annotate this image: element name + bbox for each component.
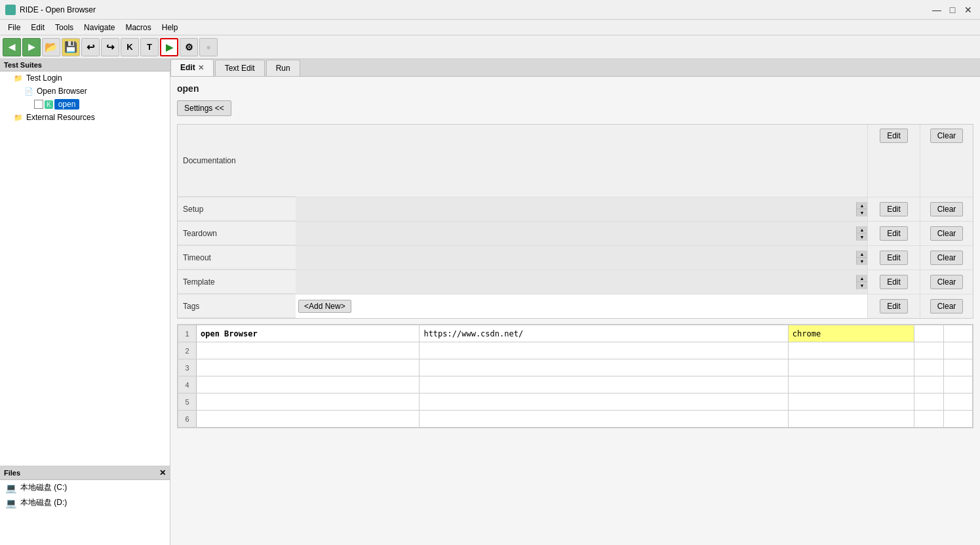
setup-input-wrap: ▲ ▼ <box>296 197 868 221</box>
menubar-item-help[interactable]: Help <box>157 22 184 33</box>
template-edit-button[interactable]: Edit <box>880 275 908 289</box>
documentation-input-wrap[interactable] <box>296 125 868 197</box>
toolbar-t-button[interactable]: T <box>140 38 159 56</box>
right-panel: Edit ✕ Text Edit Run open Settings << Do… <box>170 59 980 545</box>
toolbar-back-button[interactable]: ◀ <box>3 38 21 56</box>
teardown-spinner-up[interactable]: ▲ <box>857 226 867 233</box>
toolbar-redo-button[interactable]: ↪ <box>101 38 119 56</box>
tab-text-edit[interactable]: Text Edit <box>215 60 265 76</box>
table-cell-keyword[interactable]: open Browser <box>197 325 420 342</box>
keyword-table-wrap: 1 open Browser https://www.csdn.net/ chr… <box>177 324 973 428</box>
tags-edit-button[interactable]: Edit <box>880 299 908 313</box>
template-spinner-down[interactable]: ▼ <box>857 282 867 289</box>
table-cell[interactable] <box>788 359 914 376</box>
table-cell[interactable] <box>420 342 788 359</box>
table-cell[interactable] <box>420 359 788 376</box>
toolbar-gear-button[interactable]: ⚙ <box>180 38 198 56</box>
table-cell-browser[interactable]: chrome <box>788 325 914 342</box>
timeout-spinner-up[interactable]: ▲ <box>857 251 867 258</box>
files-item-drive-c[interactable]: 💻 本地磁盘 (C:) <box>0 480 170 495</box>
toolbar-stop-button[interactable]: ● <box>199 38 218 56</box>
files-close-button[interactable]: ✕ <box>159 468 166 477</box>
toolbar-undo-button[interactable]: ↩ <box>81 38 100 56</box>
toolbar-open-button[interactable]: 📂 <box>42 38 60 56</box>
table-cell[interactable] <box>788 376 914 394</box>
tags-clear-button[interactable]: Clear <box>930 299 964 313</box>
table-cell[interactable] <box>197 394 420 411</box>
row-number: 5 <box>178 394 197 411</box>
tab-edit-close[interactable]: ✕ <box>198 64 204 72</box>
table-cell[interactable] <box>914 411 943 428</box>
timeout-spinner-down[interactable]: ▼ <box>857 258 867 265</box>
menubar-item-tools[interactable]: Tools <box>50 22 79 33</box>
table-cell[interactable] <box>197 376 420 394</box>
menubar-item-macros[interactable]: Macros <box>120 22 156 33</box>
table-cell[interactable] <box>420 376 788 394</box>
close-button[interactable]: ✕ <box>962 3 975 16</box>
table-cell[interactable] <box>943 359 972 376</box>
template-input[interactable] <box>296 276 856 288</box>
table-cell-empty-1[interactable] <box>914 325 943 342</box>
teardown-clear-button[interactable]: Clear <box>930 226 964 241</box>
table-cell[interactable] <box>943 376 972 394</box>
table-cell[interactable] <box>914 342 943 359</box>
table-cell[interactable] <box>788 342 914 359</box>
documentation-clear-button[interactable]: Clear <box>930 129 964 143</box>
tab-run[interactable]: Run <box>266 60 300 76</box>
timeout-edit-button[interactable]: Edit <box>880 251 908 265</box>
timeout-label: Timeout <box>178 246 296 270</box>
table-cell[interactable] <box>943 411 972 428</box>
table-cell[interactable] <box>788 411 914 428</box>
setup-input[interactable] <box>296 203 856 215</box>
documentation-textarea[interactable] <box>296 125 867 190</box>
menubar-item-edit[interactable]: Edit <box>26 22 50 33</box>
tree-item-label[interactable]: open <box>54 99 80 110</box>
documentation-edit-button[interactable]: Edit <box>880 129 908 143</box>
app-icon <box>5 5 16 15</box>
teardown-spinner-down[interactable]: ▼ <box>857 233 867 241</box>
toolbar-k-button[interactable]: K <box>121 38 139 56</box>
sidebar-item-external-resources[interactable]: 📁 External Resources <box>0 111 170 124</box>
table-cell-empty-2[interactable] <box>943 325 972 342</box>
table-cell[interactable] <box>197 359 420 376</box>
teardown-edit-button[interactable]: Edit <box>880 226 908 241</box>
tab-edit[interactable]: Edit ✕ <box>170 59 214 76</box>
table-cell[interactable] <box>788 394 914 411</box>
minimize-button[interactable]: — <box>930 3 943 16</box>
setup-spinner-down[interactable]: ▼ <box>857 209 867 216</box>
tree-item-label: Open Browser <box>37 87 87 96</box>
table-cell[interactable] <box>914 359 943 376</box>
table-cell[interactable] <box>943 394 972 411</box>
files-item-drive-d[interactable]: 💻 本地磁盘 (D:) <box>0 495 170 510</box>
row-number: 4 <box>178 376 197 394</box>
table-cell-url[interactable]: https://www.csdn.net/ <box>420 325 788 342</box>
menubar-item-navigate[interactable]: Navigate <box>79 22 120 33</box>
tags-add-new-button[interactable]: <Add New> <box>298 300 351 313</box>
table-cell[interactable] <box>197 411 420 428</box>
template-clear-button[interactable]: Clear <box>930 275 964 289</box>
table-cell[interactable] <box>914 376 943 394</box>
menubar-item-file[interactable]: File <box>3 22 26 33</box>
toolbar-run-button[interactable]: ▶ <box>160 38 178 56</box>
table-cell[interactable] <box>914 394 943 411</box>
setup-spinner-up[interactable]: ▲ <box>857 202 867 209</box>
table-cell[interactable] <box>420 394 788 411</box>
timeout-clear-button[interactable]: Clear <box>930 251 964 265</box>
teardown-input[interactable] <box>296 228 856 239</box>
table-cell[interactable] <box>197 342 420 359</box>
toolbar-forward-button[interactable]: ▶ <box>22 38 41 56</box>
timeout-input[interactable] <box>296 252 856 264</box>
setup-label: Setup <box>178 197 296 221</box>
table-cell[interactable] <box>420 411 788 428</box>
sidebar-item-open-browser[interactable]: 📄 Open Browser <box>0 85 170 98</box>
maximize-button[interactable]: □ <box>946 3 959 16</box>
setup-clear-button[interactable]: Clear <box>930 202 964 216</box>
template-spinner-up[interactable]: ▲ <box>857 275 867 282</box>
settings-toggle-button[interactable]: Settings << <box>177 100 231 116</box>
table-cell[interactable] <box>943 342 972 359</box>
toolbar-save-button[interactable]: 💾 <box>62 38 80 56</box>
sidebar-item-test-login[interactable]: 📁 Test Login <box>0 71 170 85</box>
setup-edit-button[interactable]: Edit <box>880 202 908 216</box>
setup-edit-action: Edit <box>868 197 920 221</box>
sidebar-item-open-keyword[interactable]: K open <box>0 98 170 111</box>
